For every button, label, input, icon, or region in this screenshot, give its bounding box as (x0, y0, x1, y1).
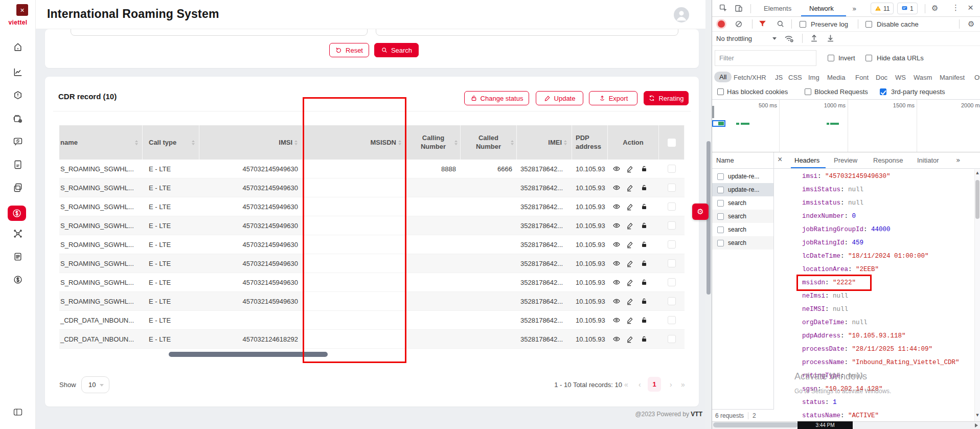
pane-vscrollbar-thumb[interactable] (975, 180, 979, 219)
filter-input-2[interactable] (376, 29, 678, 36)
row-checkbox[interactable] (668, 184, 676, 192)
settings-gear-icon[interactable]: ⚙ (931, 4, 938, 13)
unlock-icon[interactable] (640, 335, 648, 343)
view-icon[interactable] (612, 202, 621, 211)
view-icon[interactable] (612, 184, 621, 192)
hide-data-urls-checkbox[interactable] (865, 55, 872, 61)
messages-badge[interactable]: 1 (897, 3, 918, 14)
disable-cache-checkbox[interactable] (865, 21, 872, 28)
view-icon[interactable] (612, 278, 621, 286)
blocked-requests-checkbox[interactable] (805, 88, 811, 95)
reset-button[interactable]: Reset (329, 43, 369, 57)
filter-input-1[interactable] (71, 29, 368, 36)
current-page[interactable]: 1 (648, 377, 661, 392)
type-filter[interactable]: Media (827, 74, 845, 81)
request-checkbox[interactable] (717, 213, 724, 220)
sidebar-item-dashboard[interactable] (13, 67, 23, 77)
sidebar-item-billing-active[interactable] (8, 206, 26, 221)
kebab-menu-icon[interactable]: ⋮ (952, 3, 960, 12)
scroll-right-icon[interactable] (975, 423, 978, 427)
throttling-select[interactable]: No throttling (716, 35, 752, 42)
filter-icon[interactable] (758, 19, 767, 28)
search-button[interactable]: Search (374, 43, 419, 57)
row-checkbox[interactable] (668, 335, 676, 343)
edit-icon[interactable] (626, 278, 634, 286)
tab-elements[interactable]: Elements (764, 5, 791, 12)
sort-icon[interactable] (454, 140, 458, 145)
unlock-icon[interactable] (640, 316, 648, 324)
close-icon[interactable]: × (16, 4, 28, 16)
request-row[interactable]: update-re... (712, 183, 773, 196)
sidebar-item-reports[interactable] (13, 252, 23, 262)
last-page-icon[interactable]: » (681, 380, 685, 389)
sidebar-item-network[interactable] (13, 229, 23, 239)
edit-icon[interactable] (626, 240, 634, 249)
row-checkbox[interactable] (668, 278, 676, 286)
request-checkbox[interactable] (717, 173, 724, 180)
sort-icon[interactable] (564, 140, 567, 145)
page-size-select[interactable]: 10 (81, 376, 109, 393)
edit-icon[interactable] (626, 165, 634, 173)
edit-icon[interactable] (626, 221, 634, 230)
prev-page-icon[interactable]: ‹ (639, 380, 641, 389)
type-filter[interactable]: Other (974, 74, 980, 81)
sidebar-item-home[interactable] (13, 42, 23, 52)
request-row[interactable]: search (712, 210, 773, 223)
scroll-up-icon[interactable]: ▲ (975, 171, 980, 175)
throttling-wifi-icon[interactable] (784, 33, 794, 43)
sort-icon[interactable] (192, 140, 195, 145)
sidebar-item-copy[interactable] (13, 183, 23, 193)
request-row[interactable]: search (712, 223, 773, 236)
unlock-icon[interactable] (640, 202, 648, 211)
select-all-checkbox[interactable] (668, 139, 676, 147)
col-header-name[interactable]: name (59, 125, 143, 160)
clear-icon[interactable] (735, 20, 743, 28)
edit-icon[interactable] (626, 259, 634, 267)
type-filter[interactable]: JS (775, 74, 783, 81)
rerating-button[interactable]: Rerating (644, 91, 689, 105)
unlock-icon[interactable] (640, 240, 648, 249)
type-filter[interactable]: WS (895, 74, 906, 81)
bottom-scrollbar-thumb[interactable] (713, 422, 798, 427)
type-filter[interactable]: All (714, 72, 732, 82)
edit-icon[interactable] (626, 316, 634, 324)
view-icon[interactable] (612, 297, 621, 305)
type-filter[interactable]: Img (808, 74, 819, 81)
tab-response[interactable]: Response (873, 156, 903, 164)
row-checkbox[interactable] (668, 221, 676, 230)
edit-icon[interactable] (626, 184, 634, 192)
view-icon[interactable] (612, 165, 621, 173)
tab-network[interactable]: Network (809, 5, 834, 12)
sidebar-item-files[interactable] (13, 160, 23, 170)
floating-settings-button[interactable]: ⚙ (692, 204, 709, 220)
view-icon[interactable] (612, 221, 621, 230)
col-header-call-type[interactable]: Call type (143, 125, 199, 160)
view-icon[interactable] (612, 316, 621, 324)
sort-icon[interactable] (135, 140, 138, 145)
tab-headers[interactable]: Headers (794, 156, 819, 164)
network-filter-input[interactable] (715, 50, 816, 66)
name-column-header[interactable]: Name (716, 156, 734, 164)
network-settings-gear-icon[interactable]: ⚙ (968, 19, 974, 29)
unlock-icon[interactable] (640, 165, 648, 173)
row-checkbox[interactable] (668, 297, 676, 305)
export-button[interactable]: Export (589, 91, 637, 105)
request-row[interactable]: update-re... (712, 170, 773, 183)
row-checkbox[interactable] (668, 259, 676, 267)
view-icon[interactable] (612, 240, 621, 249)
next-page-icon[interactable]: › (670, 380, 672, 389)
request-checkbox[interactable] (717, 200, 724, 207)
type-filter[interactable]: CSS (788, 74, 802, 81)
timeline-handle[interactable] (712, 106, 714, 118)
col-header-imsi[interactable]: IMSI (199, 125, 303, 160)
request-checkbox[interactable] (717, 227, 724, 233)
edit-icon[interactable] (626, 297, 634, 305)
blocked-cookies-checkbox[interactable] (717, 88, 724, 95)
record-icon[interactable] (718, 20, 725, 28)
unlock-icon[interactable] (640, 259, 648, 267)
update-button[interactable]: Update (536, 91, 583, 105)
type-filter[interactable]: Fetch/XHR (734, 74, 766, 81)
col-header-imei[interactable]: IMEI (517, 125, 572, 160)
edit-icon[interactable] (626, 202, 634, 211)
third-party-checkbox[interactable] (880, 88, 886, 95)
